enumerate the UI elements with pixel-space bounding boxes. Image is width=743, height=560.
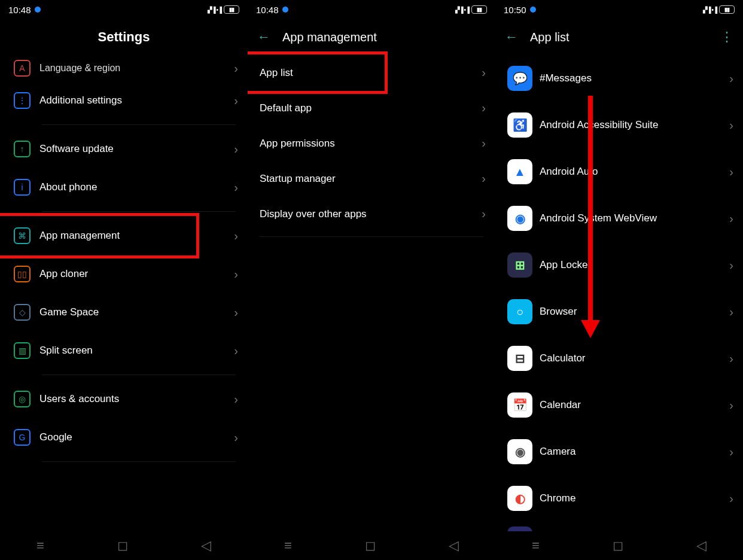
list-item-applist[interactable]: App list› xyxy=(248,55,495,90)
list-item-appmgmt[interactable]: ⌘App management› xyxy=(0,217,248,255)
list-item-label: App Locker xyxy=(540,259,591,271)
list-item-label: Language & region xyxy=(39,63,120,74)
nav-home-icon[interactable]: ◻ xyxy=(365,538,376,553)
back-icon[interactable]: ← xyxy=(257,29,270,45)
chevron-right-icon: › xyxy=(729,165,733,179)
list-item-lang[interactable]: ALanguage & region› xyxy=(0,55,248,81)
list-item-clock[interactable]: ✓Clock› xyxy=(495,522,743,531)
list-item-apppermissions[interactable]: App permissions› xyxy=(248,126,495,161)
list-item-label: Split screen xyxy=(39,345,93,357)
list-item-software[interactable]: ↑Software update› xyxy=(0,130,248,168)
list-item-about[interactable]: iAbout phone› xyxy=(0,168,248,206)
list-item-label: Android Accessibility Suite xyxy=(540,119,658,131)
chevron-right-icon: › xyxy=(482,136,486,150)
chevron-right-icon: › xyxy=(482,66,486,80)
chevron-right-icon: › xyxy=(729,492,733,506)
chevron-right-icon: › xyxy=(234,392,238,406)
signal-icon: ▞▐ •▐ xyxy=(208,7,221,13)
update-icon: ↑ xyxy=(14,141,31,157)
nav-back-icon[interactable]: ◁ xyxy=(201,538,211,553)
chevron-right-icon: › xyxy=(234,62,238,75)
list-item-label: App list xyxy=(260,67,293,79)
browser-app-icon: ○ xyxy=(507,299,532,324)
list-item-a11y[interactable]: ♿Android Accessibility Suite› xyxy=(495,102,743,148)
list-item-webview[interactable]: ◉Android System WebView› xyxy=(495,195,743,242)
screen-title: App list xyxy=(530,31,570,44)
chevron-right-icon: › xyxy=(729,305,733,319)
list-item-label: Game Space xyxy=(39,306,99,318)
chevron-right-icon: › xyxy=(234,267,238,281)
divider xyxy=(42,375,236,375)
status-bar: 10:48▞▐ •▐▮▮ xyxy=(248,0,495,19)
list-item-label: Google xyxy=(39,431,72,443)
list-item-label: Android System WebView xyxy=(540,212,657,224)
webview-app-icon: ◉ xyxy=(507,206,532,231)
chevron-right-icon: › xyxy=(729,72,733,86)
list-item-label: #Messages xyxy=(540,72,592,84)
list-item-additional[interactable]: ⋮Additional settings› xyxy=(0,81,248,120)
cloner-icon: ▯▯ xyxy=(14,266,31,282)
language-icon: A xyxy=(14,60,31,77)
nav-back-icon[interactable]: ◁ xyxy=(696,538,707,553)
list-item-browser[interactable]: ○Browser› xyxy=(495,288,743,335)
list-item-label: Calculator xyxy=(540,352,586,364)
list-item-camera[interactable]: ◉Camera› xyxy=(495,428,743,475)
applocker-app-icon: ⊞ xyxy=(507,252,532,278)
list-item-messages[interactable]: 💬#Messages› xyxy=(495,55,743,102)
nav-bar: ≡◻◁ xyxy=(248,531,495,560)
list-item-defaultapp[interactable]: Default app› xyxy=(248,90,495,126)
phone-screen-0: 10:48▞▐ •▐▮▮SettingsALanguage & region›⋮… xyxy=(0,0,248,560)
divider xyxy=(260,236,483,237)
nav-bar: ≡◻◁ xyxy=(0,531,248,560)
back-icon[interactable]: ← xyxy=(505,29,518,45)
list-item-auto[interactable]: ▲Android Auto› xyxy=(495,148,743,195)
user-icon: ◎ xyxy=(14,391,31,407)
list-item-calculator[interactable]: ⊟Calculator› xyxy=(495,335,743,382)
nav-recent-icon[interactable]: ≡ xyxy=(284,538,292,553)
nav-recent-icon[interactable]: ≡ xyxy=(532,538,540,553)
list-item-split[interactable]: ▥Split screen› xyxy=(0,331,248,370)
camera-app-icon: ◉ xyxy=(507,439,532,464)
list-item-users[interactable]: ◎Users & accounts› xyxy=(0,380,248,418)
list-item-label: Software update xyxy=(39,143,114,155)
list-item-label: About phone xyxy=(39,181,97,193)
phone-screen-1: 10:48▞▐ •▐▮▮←App managementApp list›Defa… xyxy=(248,0,495,560)
list-item-calendar[interactable]: 📅Calendar› xyxy=(495,382,743,428)
chevron-right-icon: › xyxy=(234,306,238,319)
chevron-right-icon: › xyxy=(234,431,238,445)
nav-home-icon[interactable]: ◻ xyxy=(613,538,623,553)
list-item-label: App management xyxy=(39,230,120,242)
clock-app-icon: ✓ xyxy=(507,526,532,531)
chevron-right-icon: › xyxy=(234,142,238,156)
divider xyxy=(42,211,236,212)
status-time: 10:48 xyxy=(256,5,279,15)
nav-back-icon[interactable]: ◁ xyxy=(449,538,459,553)
divider xyxy=(42,124,236,125)
list-item-label: Calendar xyxy=(540,399,581,411)
list-item-label: Users & accounts xyxy=(39,393,119,405)
a11y-app-icon: ♿ xyxy=(507,112,532,138)
phone-screen-2: 10:50▞▐ •▐▮▮←App list⋮💬#Messages›♿Androi… xyxy=(495,0,743,560)
list-item-cloner[interactable]: ▯▯App cloner› xyxy=(0,255,248,293)
screen-title: App management xyxy=(282,31,377,44)
list-item-startup[interactable]: Startup manager› xyxy=(248,161,495,196)
chevron-right-icon: › xyxy=(729,212,733,226)
dots-icon: ⋮ xyxy=(14,92,31,109)
list-item-chrome[interactable]: ◐Chrome› xyxy=(495,475,743,522)
list-item-gamespace[interactable]: ◇Game Space› xyxy=(0,293,248,331)
list-item-label: Browser xyxy=(540,306,577,318)
nav-home-icon[interactable]: ◻ xyxy=(117,538,128,553)
split-icon: ▥ xyxy=(14,342,31,359)
list-item-applocker[interactable]: ⊞App Locker› xyxy=(495,242,743,288)
list-item-label: Default app xyxy=(260,102,312,114)
chevron-right-icon: › xyxy=(234,229,238,243)
list-item-google[interactable]: GGoogle› xyxy=(0,418,248,456)
list-item-displayover[interactable]: Display over other apps› xyxy=(248,196,495,232)
more-icon[interactable]: ⋮ xyxy=(720,29,733,45)
list-item-label: Display over other apps xyxy=(260,208,367,220)
google-icon: G xyxy=(14,429,31,446)
chevron-right-icon: › xyxy=(482,172,486,185)
nav-recent-icon[interactable]: ≡ xyxy=(36,538,44,553)
notification-dot-icon xyxy=(35,7,41,13)
status-icons: ▞▐ •▐▮▮ xyxy=(208,5,239,14)
